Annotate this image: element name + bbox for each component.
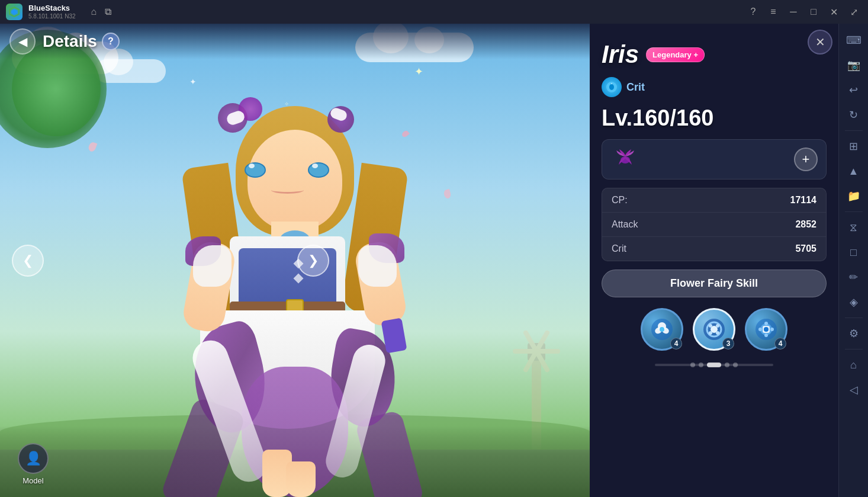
close-icon: ✕ bbox=[815, 35, 825, 49]
svg-point-20 bbox=[764, 327, 769, 332]
flower-fairy-skill-button[interactable]: Flower Fairy Skill bbox=[602, 270, 827, 297]
character-level-row: Lv.160/160 bbox=[602, 105, 827, 131]
svg-point-21 bbox=[764, 322, 768, 325]
main-area: ✦ ✧ ✦ ◀ Details ? bbox=[0, 24, 868, 497]
attack-value: 2852 bbox=[795, 219, 816, 230]
sidebar-tool-location[interactable]: ◈ bbox=[842, 290, 866, 314]
sidebar-tool-undo[interactable]: ↩ bbox=[842, 78, 866, 102]
sidebar-tool-grid[interactable]: ⊞ bbox=[842, 134, 866, 158]
stat-row-attack: Attack 2852 bbox=[602, 213, 826, 237]
back-icon: ◀ bbox=[18, 34, 27, 49]
scroll-dot-5 bbox=[733, 363, 738, 367]
crit-label: Crit bbox=[612, 243, 626, 254]
cp-label: CP: bbox=[612, 195, 628, 206]
sidebar-tool-refresh[interactable]: ↻ bbox=[842, 103, 866, 127]
character-level: Lv.160/160 bbox=[602, 105, 713, 130]
add-equipment-button[interactable]: + bbox=[794, 148, 818, 171]
svg-point-9 bbox=[660, 327, 664, 332]
sidebar-sep-3 bbox=[845, 318, 863, 318]
svg-point-22 bbox=[770, 328, 774, 331]
character-name: Iris bbox=[602, 40, 639, 69]
minimize-ctrl[interactable]: ─ bbox=[785, 4, 802, 20]
help-button[interactable]: ? bbox=[102, 33, 120, 50]
close-panel-button[interactable]: ✕ bbox=[808, 30, 832, 54]
svg-marker-1 bbox=[11, 9, 17, 15]
scroll-indicator bbox=[602, 361, 827, 368]
page-title: Details bbox=[43, 32, 97, 51]
layers-nav-icon[interactable]: ⧉ bbox=[105, 7, 111, 17]
lotus-icon bbox=[612, 143, 639, 175]
svg-point-13 bbox=[709, 324, 712, 328]
nav-left-icon: ❮ bbox=[22, 253, 33, 268]
sidebar-tool-apk[interactable]: ▲ bbox=[842, 159, 866, 183]
skill-icon-1-wrap[interactable]: 4 bbox=[641, 308, 683, 351]
svg-point-15 bbox=[709, 331, 712, 335]
model-icon: 👤 bbox=[18, 443, 49, 474]
right-sidebar: ⌨ 📷 ↩ ↻ ⊞ ▲ 📁 ⧖ □ ✏ ◈ ⚙ ⌂ ◁ bbox=[838, 24, 868, 497]
skill-button-label: Flower Fairy Skill bbox=[670, 277, 758, 290]
scroll-dot-2 bbox=[699, 363, 703, 367]
app-name: BlueStacks bbox=[28, 4, 76, 12]
character-type-row: Crit bbox=[602, 77, 827, 97]
character-illustration bbox=[0, 24, 590, 497]
bluestacks-logo bbox=[6, 4, 22, 20]
sidebar-tool-settings[interactable]: ⚙ bbox=[842, 322, 866, 345]
game-viewport: ✦ ✧ ✦ ◀ Details ? bbox=[0, 24, 590, 497]
window-controls: ? ≡ ─ □ ✕ ⤢ bbox=[745, 4, 862, 20]
sidebar-tool-square[interactable]: □ bbox=[842, 241, 866, 264]
home-nav-icon[interactable]: ⌂ bbox=[91, 7, 97, 17]
scroll-dot-4 bbox=[725, 363, 729, 367]
scroll-dot-1 bbox=[690, 363, 695, 367]
character-type-label: Crit bbox=[626, 81, 645, 94]
crit-value: 5705 bbox=[795, 243, 816, 254]
help-icon: ? bbox=[108, 36, 114, 47]
attack-label: Attack bbox=[612, 219, 638, 230]
maximize-ctrl[interactable]: □ bbox=[805, 4, 822, 20]
nav-next-button[interactable]: ❯ bbox=[297, 245, 329, 277]
sidebar-tool-folder[interactable]: 📁 bbox=[842, 184, 866, 208]
scroll-dot-3 bbox=[707, 363, 721, 367]
sidebar-tool-screenshot[interactable]: 📷 bbox=[842, 53, 866, 77]
back-button[interactable]: ◀ bbox=[9, 28, 36, 54]
skill-badge-1: 4 bbox=[670, 338, 682, 349]
equipment-icon bbox=[610, 145, 640, 174]
sidebar-tool-edit[interactable]: ✏ bbox=[842, 265, 866, 289]
equipment-row[interactable]: + bbox=[602, 139, 827, 179]
sidebar-sep-1 bbox=[845, 130, 863, 131]
add-icon: + bbox=[802, 152, 810, 167]
character-name-row: Iris Legendary + bbox=[602, 40, 827, 69]
sidebar-tool-back[interactable]: ◁ bbox=[842, 378, 866, 402]
rarity-badge: Legendary + bbox=[646, 47, 705, 62]
sidebar-tool-home[interactable]: ⌂ bbox=[842, 353, 866, 377]
nav-right-icon: ❯ bbox=[308, 253, 319, 268]
app-version: 5.8.101.1001 N32 bbox=[28, 13, 76, 20]
skill-badge-3: 4 bbox=[774, 338, 786, 349]
cp-value: 17114 bbox=[790, 195, 817, 206]
titlebar-nav-icons: ⌂ ⧉ bbox=[91, 7, 112, 17]
help-ctrl[interactable]: ? bbox=[745, 4, 761, 20]
sidebar-tool-keyboard[interactable]: ⌨ bbox=[842, 28, 866, 52]
skill-badge-2: 3 bbox=[722, 338, 734, 349]
svg-point-16 bbox=[716, 331, 719, 335]
stat-row-crit: Crit 5705 bbox=[602, 237, 826, 261]
skill-icons-row: 4 3 bbox=[602, 306, 827, 353]
expand-ctrl[interactable]: ⤢ bbox=[846, 4, 862, 20]
skill-icon-3-wrap[interactable]: 4 bbox=[745, 308, 787, 351]
model-label: Model bbox=[22, 476, 43, 485]
sidebar-sep-2 bbox=[845, 211, 863, 212]
titlebar: BlueStacks 5.8.101.1001 N32 ⌂ ⧉ ? ≡ ─ □ … bbox=[0, 0, 868, 24]
sidebar-sep-4 bbox=[845, 349, 863, 349]
close-ctrl[interactable]: ✕ bbox=[825, 4, 842, 20]
svg-point-14 bbox=[716, 324, 719, 328]
model-button[interactable]: 👤 Model bbox=[18, 443, 49, 485]
game-header: ◀ Details ? bbox=[0, 24, 590, 59]
sidebar-tool-timer[interactable]: ⧖ bbox=[842, 216, 866, 239]
svg-point-23 bbox=[764, 334, 768, 337]
stats-container: CP: 17114 Attack 2852 Crit 5705 bbox=[602, 188, 827, 261]
info-panel: ✕ Iris Legendary + Crit Lv.160/160 bbox=[590, 24, 838, 497]
nav-prev-button[interactable]: ❮ bbox=[12, 245, 44, 277]
skill-icon-2-wrap[interactable]: 3 bbox=[693, 308, 735, 351]
stat-row-cp: CP: 17114 bbox=[602, 188, 826, 213]
svg-point-3 bbox=[609, 84, 614, 90]
menu-ctrl[interactable]: ≡ bbox=[765, 4, 782, 20]
